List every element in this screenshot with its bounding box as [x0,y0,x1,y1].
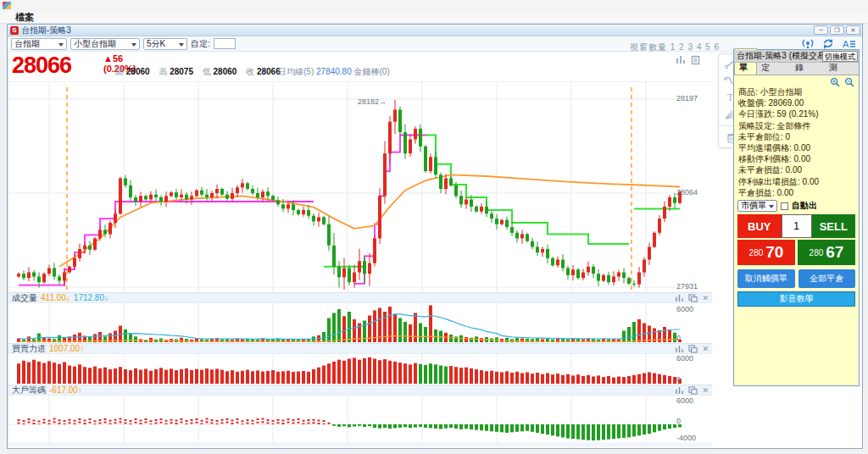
trading-panel-title: 台指期-策略3 (模擬交易) [737,50,828,62]
chips-panel-title: 大戶籌碼 [12,385,46,396]
chart-area: 28066 ▲56(0.20%) 開 28060 高 28075 低 28060… [8,52,712,446]
info-close-price: 收盤價: 28069.00 [738,97,859,108]
info-closed-pnl: 平倉損益: 0.00 [738,187,859,198]
volume-panel-title: 成交量 [12,292,37,304]
close-all-button[interactable]: 全部平倉 [798,269,856,288]
close-panel-icon[interactable]: ✕ [702,294,709,302]
menu-bar: 檔案 [0,11,868,24]
chips-panel-header: 大戶籌碼 -617.00↑ ✕ [8,385,712,396]
expand-panel-icon[interactable] [688,345,698,353]
zoom-out-icon[interactable] [844,77,855,87]
quote-header: 28066 ▲56(0.20%) 開 28060 高 28075 低 28060… [8,52,712,82]
chevron-down-icon [179,43,184,47]
buy-button[interactable]: BUY [737,214,782,238]
left-splitter[interactable] [8,52,8,446]
cancel-trigger-button[interactable]: 取消觸價單 [737,269,795,288]
trading-panel: 台指期-策略3 (模擬交易) 切換模式 下單 策略設定 交易記錄 歷史回測 商品… [733,49,860,386]
strategy-info: 商品: 小型台指期 收盤價: 28069.00 今日漲跌: 59 (0.21%)… [734,86,859,198]
product-select[interactable]: 小型台指期 [70,38,140,50]
indicator-settings-icon[interactable] [675,386,684,395]
volume-panel-header: 成交量 411.00↓ 1712.80↓ ✕ [8,292,712,303]
indicator-settings-icon[interactable] [675,345,684,353]
close-panel-icon[interactable]: ✕ [702,386,709,395]
horizontal-scrollbar[interactable] [8,442,712,447]
main-chart[interactable]: 28197 28064 27931 28182→ [8,82,712,292]
volume-avg-value: 1712.80↓ [74,293,108,302]
chips-panel[interactable]: 6000 0 -4000 [8,396,712,443]
period-select[interactable]: 5分K [143,38,187,50]
power-axis-bottom: 0 [676,375,681,384]
ask-price-button[interactable]: 28067 [798,240,855,265]
volume-axis-top: 6000 [676,305,693,313]
ohlc-readout: 開 28060 高 28075 低 28060 收 28066 [108,66,281,78]
power-panel-header: 買賣力道 1007.00↑ ✕ [8,343,712,354]
expand-panel-icon[interactable] [688,294,698,302]
info-open-pnl: 未平倉損益: 0.00 [738,164,859,175]
custom-period-input[interactable] [214,38,236,49]
trading-tabs: 下單 策略設定 交易記錄 歷史回測 [734,63,859,75]
bid-price-button[interactable]: 28070 [737,240,795,265]
power-axis-top: 6000 [676,354,693,363]
svg-text:A: A [843,39,849,49]
info-trailing-stop: 移動停利價格: 0.00 [738,153,859,164]
minimize-button[interactable]: ─ [814,25,828,35]
window-title-bar: S 台指期-策略3 ─ ❐ ✕ [8,25,862,36]
axis-label-bottom: 27931 [676,282,698,291]
last-price: 28066 [12,53,71,79]
chevron-down-icon [58,43,64,47]
volume-axis-bottom: 0 [676,334,681,342]
chips-axis-bottom: -4000 [676,434,696,442]
indicator-settings-icon[interactable] [676,55,686,64]
maximize-button[interactable]: ❐ [830,25,844,35]
info-product: 商品: 小型台指期 [738,86,859,97]
info-avg-entry: 平均進場價格: 0.00 [738,142,859,153]
axis-label-top: 28197 [676,94,698,102]
app-title-bar [0,0,868,11]
chips-value: -617.00↑ [49,385,82,395]
volume-panel[interactable]: 6000 0 [8,303,712,343]
tutorial-button[interactable]: 影音教學 [737,291,855,307]
quantity-input[interactable] [782,214,812,238]
auto-exit-label: 自動出 [792,200,817,212]
market-select[interactable]: 台指期 [11,38,67,50]
trading-panel-title-bar: 台指期-策略3 (模擬交易) 切換模式 [734,50,859,63]
window-title: 台指期-策略3 [21,25,71,36]
peak-price-annotation: 28182→ [358,97,387,106]
custom-period-label: 自定: [191,38,210,50]
chevron-down-icon [769,205,774,208]
info-day-change: 今日漲跌: 59 (0.21%) [738,108,859,119]
chips-axis-zero: 0 [676,417,681,425]
axis-label-mid: 28064 [676,188,698,197]
menu-file[interactable]: 檔案 [15,11,34,24]
auto-exit-checkbox[interactable] [781,202,788,210]
indicator-settings-icon[interactable] [675,294,684,302]
close-button[interactable]: ✕ [846,25,860,35]
info-open-position: 未平倉部位: 0 [738,131,859,142]
power-panel-title: 買賣力道 [12,343,46,355]
switch-mode-button[interactable]: 切換模式 [822,51,858,62]
app-icon [3,2,11,9]
chips-axis-top: 6000 [676,396,693,405]
power-value: 1007.00↑ [49,344,84,353]
strategy-window: S 台指期-策略3 ─ ❐ ✕ 台指期 小型台指期 5分K 自定: 視窗數量 1… [7,24,863,449]
zoom-in-icon[interactable] [830,77,841,87]
sell-button[interactable]: SELL [812,214,856,238]
app-s-logo: S [10,26,19,35]
info-strategy-setting: 策略設定: 全部條件 [738,120,859,131]
expand-panel-icon[interactable] [688,386,698,395]
document-icon[interactable] [691,55,700,65]
power-panel[interactable]: 6000 0 [8,354,712,385]
ma-legend: 日均線(5) 27840.80 金錢棒(0) [278,66,390,78]
chevron-down-icon [131,43,136,47]
info-stop-exit-pnl: 停利線出場損益: 0.00 [738,176,859,187]
order-type-select[interactable]: 市價單 [737,200,777,212]
volume-value: 411.00↓ [41,293,70,302]
close-panel-icon[interactable]: ✕ [702,345,709,353]
